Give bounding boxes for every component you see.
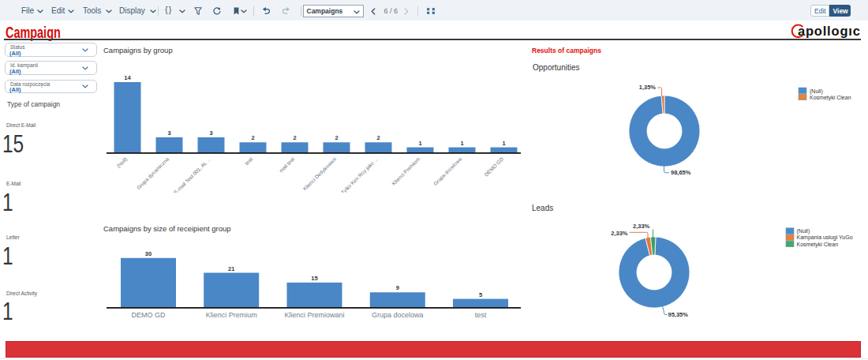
svg-text:test: test: [244, 156, 253, 166]
svg-text:2: 2: [335, 134, 338, 141]
svg-text:5: 5: [479, 291, 482, 298]
svg-text:9: 9: [396, 284, 399, 291]
svg-text:2,33%: 2,33%: [611, 230, 628, 237]
svg-text:Klienci Premiowani: Klienci Premiowani: [284, 311, 344, 319]
svg-text:1: 1: [502, 140, 505, 147]
svg-text:Grupa dynamiczna: Grupa dynamiczna: [136, 156, 171, 191]
svg-text:2: 2: [293, 134, 296, 141]
svg-text:test: test: [475, 311, 487, 319]
svg-text:mail test: mail test: [278, 156, 295, 174]
svg-text:E-mail Test 001, AL ...: E-mail Test 001, AL ...: [173, 156, 212, 193]
svg-text:Tylko Ken Roy jako ...: Tylko Ken Roy jako ...: [340, 156, 380, 193]
svg-text:DEMO GD: DEMO GD: [131, 311, 166, 319]
svg-text:1: 1: [418, 140, 421, 147]
svg-text:DEMO GD: DEMO GD: [483, 156, 504, 178]
svg-text:95,35%: 95,35%: [668, 311, 689, 318]
svg-text:Kosmetyki Clean: Kosmetyki Clean: [810, 95, 851, 101]
svg-text:2: 2: [251, 134, 254, 141]
svg-text:1,35%: 1,35%: [639, 84, 657, 91]
svg-text:apollogıc: apollogıc: [798, 24, 861, 38]
svg-text:Grupa docelowa: Grupa docelowa: [372, 311, 424, 319]
svg-text:Klienci Premium: Klienci Premium: [391, 156, 421, 186]
svg-text:1: 1: [460, 140, 463, 147]
svg-text:14: 14: [124, 74, 131, 81]
svg-text:15: 15: [311, 275, 317, 282]
svg-text:Kosmetyki Clean: Kosmetyki Clean: [797, 242, 839, 248]
svg-text:Grupa docelowa: Grupa docelowa: [432, 156, 463, 186]
svg-text:3: 3: [167, 129, 170, 137]
svg-text:2: 2: [376, 134, 380, 141]
svg-text:Klienci Dedykowani: Klienci Dedykowani: [301, 156, 338, 193]
svg-text:2,33%: 2,33%: [633, 223, 650, 230]
svg-text:Klienci Premium: Klienci Premium: [206, 311, 257, 319]
svg-text:3: 3: [209, 129, 212, 137]
svg-text:30: 30: [145, 250, 152, 257]
svg-text:(Null): (Null): [810, 88, 823, 95]
svg-text:(Null): (Null): [115, 156, 129, 170]
svg-text:98,65%: 98,65%: [671, 169, 691, 176]
svg-text:21: 21: [228, 265, 234, 272]
svg-text:(Null): (Null): [797, 228, 810, 234]
svg-text:Kampania usługi YuGo: Kampania usługi YuGo: [797, 234, 853, 241]
